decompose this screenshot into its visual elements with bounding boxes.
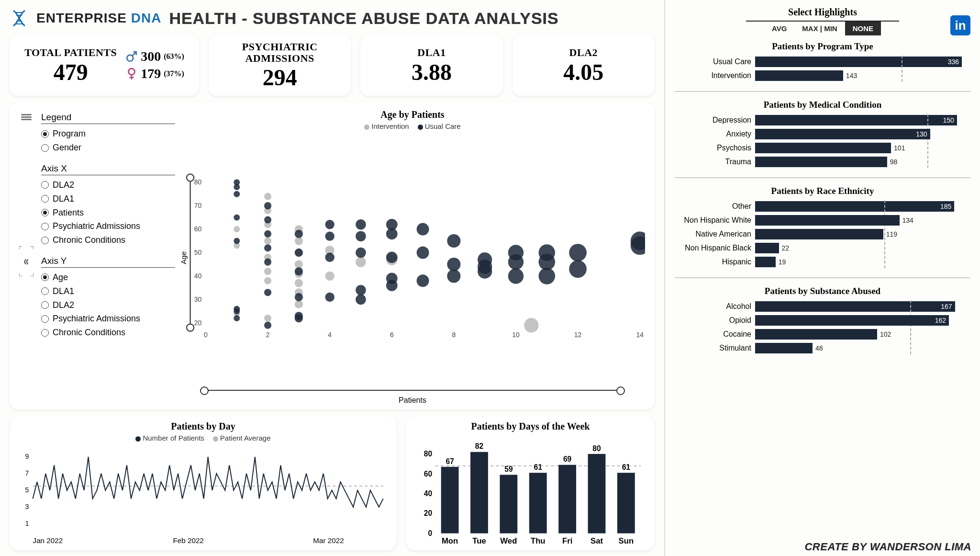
bar-fill: 336 xyxy=(755,57,962,67)
bar-value: 19 xyxy=(779,257,786,267)
patients-by-dow-title: Patients by Days of the Week xyxy=(415,421,646,432)
radio-option[interactable]: Patients xyxy=(41,206,175,220)
svg-text:80: 80 xyxy=(592,444,601,453)
legend-intervention: Intervention xyxy=(364,122,409,130)
bar-value: 98 xyxy=(890,157,898,167)
hamburger-icon[interactable] xyxy=(21,113,32,121)
svg-text:6: 6 xyxy=(390,331,394,339)
radio-option[interactable]: DLA1 xyxy=(41,284,175,298)
x-range-slider[interactable] xyxy=(203,387,622,393)
bar-fill xyxy=(755,143,891,153)
radio-option[interactable]: Chronic Conditions xyxy=(41,326,175,340)
legend-usual: Usual Care xyxy=(418,122,461,130)
brand-pre: ENTERPRISE xyxy=(36,11,127,25)
svg-rect-139 xyxy=(617,473,635,533)
bar-fill xyxy=(755,243,779,253)
radio-option[interactable]: Chronic Conditions xyxy=(41,233,175,247)
radio-option[interactable]: Gender xyxy=(41,141,175,155)
svg-rect-136 xyxy=(588,454,606,533)
bar-row[interactable]: Other185 xyxy=(675,201,970,212)
svg-point-75 xyxy=(325,232,334,241)
bar-label: Non Hispanic Black xyxy=(675,244,751,252)
radio-option[interactable]: DLA1 xyxy=(41,192,175,206)
svg-text:5: 5 xyxy=(25,486,29,494)
svg-text:80: 80 xyxy=(424,450,433,458)
radio-option[interactable]: Psychiatric Admissions xyxy=(41,312,175,326)
svg-text:Mar 2022: Mar 2022 xyxy=(313,536,344,545)
highlight-option[interactable]: NONE xyxy=(845,22,881,35)
bar-fill xyxy=(755,257,776,267)
patients-by-day-legend: Number of Patients Patient Average xyxy=(18,434,388,442)
bar-row[interactable]: Psychosis101 xyxy=(675,143,970,153)
highlight-option[interactable]: AVG xyxy=(764,22,794,35)
svg-point-68 xyxy=(295,312,303,320)
scatter-chart[interactable]: 2030405060708002468101214Age xyxy=(180,130,645,386)
svg-point-47 xyxy=(325,272,334,281)
svg-point-96 xyxy=(508,269,523,284)
radio-option[interactable]: Program xyxy=(41,127,175,141)
highlights-segmented[interactable]: AVGMAX | MINNONE xyxy=(746,21,899,35)
radio-option[interactable]: DLA2 xyxy=(41,298,175,312)
radio-option[interactable]: DLA2 xyxy=(41,178,175,192)
bar-row[interactable]: Hispanic19 xyxy=(675,257,970,267)
highlight-option[interactable]: MAX | MIN xyxy=(794,22,845,35)
svg-text:Sat: Sat xyxy=(590,536,603,545)
bar-row[interactable]: Alcohol167 xyxy=(675,301,970,312)
bar-row[interactable]: Native American119 xyxy=(675,229,970,239)
radio-icon xyxy=(41,181,49,189)
svg-text:61: 61 xyxy=(622,463,631,471)
bar-row[interactable]: Stimulant48 xyxy=(675,343,970,353)
radio-icon xyxy=(41,209,49,216)
bar-value: 130 xyxy=(916,129,927,139)
bar-row[interactable]: Cocaine102 xyxy=(675,329,970,340)
bar-label: Alcohol xyxy=(675,302,751,311)
kpi-row: TOTAL PATIENTS 479 300 (63%) 179 (37%) xyxy=(10,34,655,96)
svg-point-63 xyxy=(264,245,271,252)
svg-text:3: 3 xyxy=(25,503,29,511)
svg-point-61 xyxy=(264,289,271,296)
radio-icon xyxy=(41,223,49,230)
svg-point-30 xyxy=(234,226,240,232)
patients-by-day-title: Patients by Day xyxy=(18,421,388,432)
bracket-bottom-icon: ⌞ ⌟ xyxy=(18,270,35,275)
svg-text:40: 40 xyxy=(194,272,202,280)
bar-row[interactable]: Non Hispanic White134 xyxy=(675,215,970,226)
bar-value: 167 xyxy=(941,301,952,312)
legend-avg-patients: Patient Average xyxy=(213,434,271,442)
patients-by-day-chart[interactable]: 13579Jan 2022Feb 2022Mar 2022 xyxy=(18,442,388,547)
section-program-title: Patients by Program Type xyxy=(675,41,970,52)
brand-post: DNA xyxy=(131,11,162,25)
patients-by-dow-panel: Patients by Days of the Week 02040608067… xyxy=(406,416,655,550)
bar-fill: 185 xyxy=(755,201,954,212)
svg-point-10 xyxy=(187,174,194,182)
bar-row[interactable]: Depression150 xyxy=(675,115,970,125)
svg-point-38 xyxy=(264,193,271,200)
bar-row[interactable]: Intervention143 xyxy=(675,70,970,81)
svg-point-64 xyxy=(264,230,271,238)
svg-point-77 xyxy=(356,295,366,305)
patients-by-dow-chart[interactable]: 02040608067Mon82Tue59Wed61Thu69Fri80Sat6… xyxy=(415,432,646,547)
female-row: 179 (37%) xyxy=(125,66,184,81)
bar-row[interactable]: Opioid162 xyxy=(675,315,970,326)
radio-option[interactable]: Age xyxy=(41,271,175,284)
bar-label: Trauma xyxy=(675,158,751,166)
radio-icon xyxy=(41,273,49,281)
svg-point-73 xyxy=(325,293,334,302)
radio-option[interactable]: Psychiatric Admissions xyxy=(41,219,175,233)
kpi-dla1: DLA1 3.88 xyxy=(360,34,502,96)
bar-row[interactable]: Non Hispanic Black22 xyxy=(675,243,970,253)
svg-text:1: 1 xyxy=(25,520,29,527)
collapse-icon[interactable]: « xyxy=(24,253,29,269)
bar-row[interactable]: Anxiety130 xyxy=(675,129,970,139)
linkedin-icon[interactable]: in xyxy=(950,15,970,35)
male-row: 300 (63%) xyxy=(125,49,184,64)
svg-point-98 xyxy=(508,245,523,261)
scatter-title: Age by Patients xyxy=(380,109,444,120)
radio-label: Patients xyxy=(53,206,84,220)
svg-point-81 xyxy=(356,219,366,230)
bar-row[interactable]: Usual Care336 xyxy=(675,57,970,67)
svg-text:2: 2 xyxy=(266,331,270,339)
radio-icon xyxy=(41,287,49,295)
female-pct: (37%) xyxy=(164,69,184,78)
bar-row[interactable]: Trauma98 xyxy=(675,157,970,167)
